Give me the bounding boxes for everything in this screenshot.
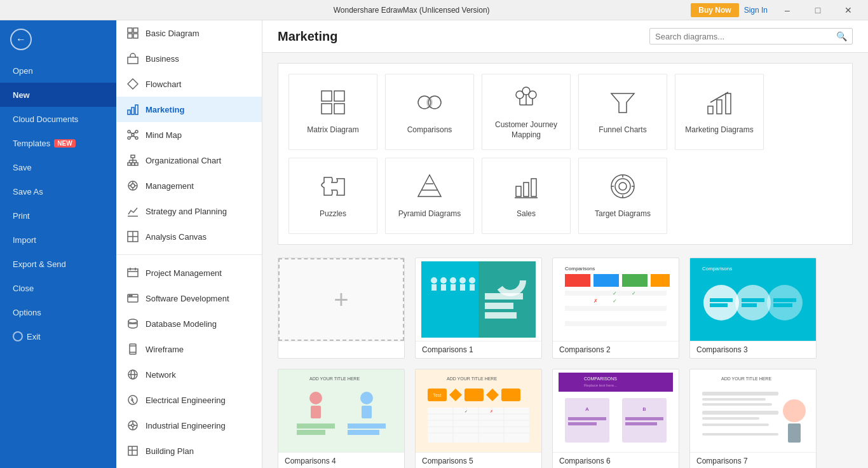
- page-title: Marketing: [278, 29, 337, 44]
- comp6-label: Comparisons 6: [553, 452, 679, 468]
- org-chart-icon: [126, 154, 139, 167]
- template-card-comp3[interactable]: Comparisons: [689, 258, 817, 359]
- svg-point-71: [529, 91, 536, 99]
- svg-rect-150: [501, 389, 520, 401]
- sidebar-item-open[interactable]: Open: [0, 59, 116, 83]
- svg-marker-149: [486, 389, 499, 401]
- svg-point-128: [767, 285, 803, 320]
- svg-line-16: [130, 136, 133, 137]
- sidebar-item-exit[interactable]: Exit: [0, 324, 116, 348]
- cat-item-marketing[interactable]: Marketing: [116, 97, 262, 122]
- svg-rect-178: [702, 411, 778, 415]
- target-card-label: Target Diagrams: [595, 209, 651, 219]
- svg-rect-120: [565, 321, 667, 326]
- svg-point-99: [440, 277, 447, 284]
- cat-item-flowchart[interactable]: Flowchart: [116, 71, 262, 97]
- puzzles-card-label: Puzzles: [320, 209, 346, 219]
- cat-item-industrial[interactable]: Industrial Engineering: [116, 413, 262, 438]
- template-card-new[interactable]: +: [278, 258, 405, 359]
- cat-item-software-dev[interactable]: Software Development: [116, 286, 262, 311]
- cat-item-electrical[interactable]: Electrical Engineering: [116, 387, 262, 413]
- cat-item-basic-diagram[interactable]: Basic Diagram: [116, 20, 262, 46]
- cat-item-management[interactable]: Management: [116, 173, 262, 198]
- matrix-card-label: Matrix Diagram: [307, 125, 358, 135]
- cat-item-project-mgmt[interactable]: Project Management: [116, 260, 262, 286]
- comparisons-card-icon: [416, 88, 444, 120]
- template-card-comp6[interactable]: COMPARISONS Replace text here... A B: [552, 369, 679, 468]
- sidebar: ← Open New Cloud Documents Templates NEW…: [0, 20, 116, 468]
- svg-rect-118: [565, 306, 667, 311]
- sidebar-item-import[interactable]: Import: [0, 228, 116, 252]
- cat-item-database[interactable]: Database Modeling: [116, 311, 262, 336]
- category-card-matrix[interactable]: Matrix Diagram: [288, 74, 377, 150]
- cat-item-org-chart[interactable]: Organizational Chart: [116, 148, 262, 173]
- cat-item-strategy[interactable]: Strategy and Planning: [116, 198, 262, 224]
- template-card-comp7[interactable]: ADD YOUR TITLE HERE: [689, 369, 817, 468]
- buy-now-button[interactable]: Buy Now: [691, 3, 738, 17]
- svg-point-55: [132, 424, 134, 427]
- cat-item-wireframe[interactable]: Wireframe: [116, 336, 262, 362]
- cat-item-mind-map[interactable]: Mind Map: [116, 122, 262, 148]
- sidebar-item-templates[interactable]: Templates NEW: [0, 131, 116, 155]
- svg-rect-175: [702, 392, 778, 396]
- category-card-customer-journey[interactable]: Customer Journey Mapping: [482, 74, 571, 150]
- maximize-button[interactable]: □: [803, 0, 832, 20]
- category-card-marketing-diag[interactable]: Marketing Diagrams: [675, 74, 764, 150]
- svg-point-45: [128, 319, 137, 323]
- sidebar-item-cloud[interactable]: Cloud Documents: [0, 107, 116, 131]
- svg-rect-132: [742, 303, 757, 307]
- cat-item-building[interactable]: Building Plan: [116, 438, 262, 464]
- cat-item-analysis[interactable]: Analysis Canvas: [116, 224, 262, 249]
- cat-item-network[interactable]: Network: [116, 362, 262, 387]
- category-card-sales[interactable]: Sales: [482, 158, 571, 234]
- svg-text:B: B: [642, 406, 646, 412]
- svg-point-136: [309, 392, 322, 404]
- pyramid-card-icon: [416, 172, 444, 204]
- sidebar-item-close[interactable]: Close: [0, 276, 116, 300]
- svg-text:Comparisons: Comparisons: [702, 266, 732, 272]
- app-title: Wondershare EdrawMax (Unlicensed Version…: [132, 6, 691, 15]
- comp7-thumb: ADD YOUR TITLE HERE: [690, 369, 816, 452]
- sidebar-item-print[interactable]: Print: [0, 203, 116, 228]
- category-card-pyramid[interactable]: Pyramid Diagrams: [385, 158, 474, 234]
- category-card-puzzles[interactable]: Puzzles: [288, 158, 377, 234]
- network-icon: [126, 368, 139, 381]
- svg-rect-0: [128, 28, 132, 32]
- category-card-target[interactable]: Target Diagrams: [578, 158, 667, 234]
- template-card-comp2[interactable]: Comparisons: [552, 258, 679, 359]
- funnel-card-icon: [609, 88, 637, 120]
- cat-item-business[interactable]: Business: [116, 46, 262, 71]
- search-icon: 🔍: [836, 31, 847, 41]
- back-button[interactable]: ←: [0, 20, 116, 59]
- templates-area: Matrix Diagram Comparisons: [262, 53, 868, 468]
- svg-rect-8: [135, 105, 138, 114]
- svg-rect-78: [708, 106, 713, 114]
- close-button[interactable]: ✕: [834, 0, 863, 20]
- search-box[interactable]: 🔍: [649, 28, 853, 45]
- svg-rect-168: [568, 417, 606, 420]
- sidebar-item-export[interactable]: Export & Send: [0, 252, 116, 276]
- svg-text:ADD YOUR TITLE HERE: ADD YOUR TITLE HERE: [721, 376, 771, 381]
- svg-rect-137: [311, 406, 321, 418]
- database-icon: [126, 317, 139, 330]
- svg-rect-80: [726, 93, 731, 114]
- svg-rect-131: [742, 298, 764, 302]
- search-input[interactable]: [655, 32, 836, 41]
- minimize-button[interactable]: –: [773, 0, 802, 20]
- svg-rect-84: [516, 186, 521, 196]
- sign-in-link[interactable]: Sign In: [744, 6, 768, 15]
- sidebar-item-new[interactable]: New: [0, 83, 116, 107]
- sidebar-item-save-as[interactable]: Save As: [0, 179, 116, 203]
- template-card-comp4[interactable]: ADD YOUR TITLE HERE: [278, 369, 405, 468]
- sidebar-item-save[interactable]: Save: [0, 155, 116, 179]
- category-card-comparisons[interactable]: Comparisons: [385, 74, 474, 150]
- svg-rect-7: [132, 107, 134, 114]
- sidebar-item-options[interactable]: Options: [0, 300, 116, 324]
- template-card-comp5[interactable]: ADD YOUR TITLE HERE Test: [415, 369, 542, 468]
- matrix-card-icon: [319, 88, 347, 120]
- svg-text:✗: ✗: [593, 298, 598, 304]
- category-card-funnel[interactable]: Funnel Charts: [578, 74, 667, 150]
- svg-rect-2: [128, 34, 132, 38]
- svg-point-97: [431, 277, 437, 284]
- template-card-comp1[interactable]: Comparisons 1: [415, 258, 542, 359]
